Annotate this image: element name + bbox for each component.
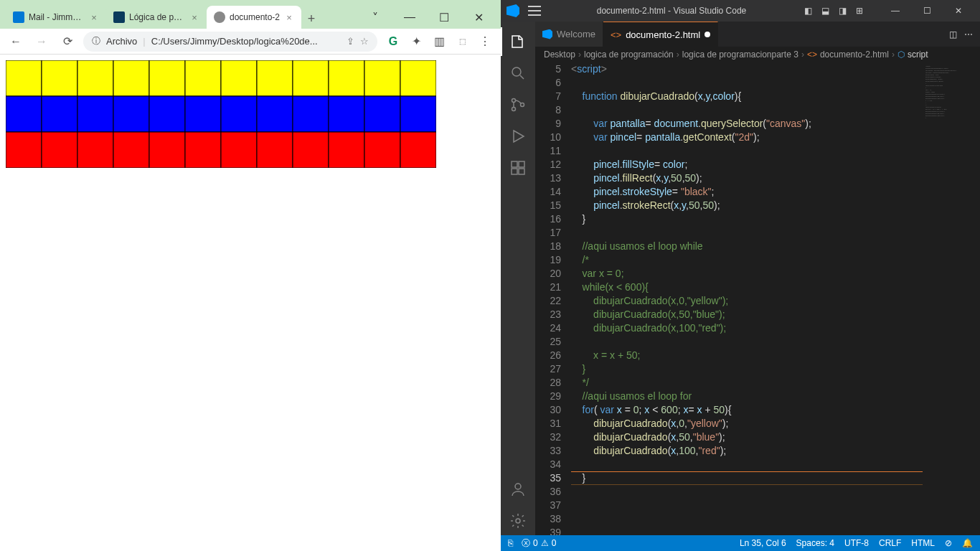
extensions-icon[interactable] [501, 154, 535, 182]
maximize-button[interactable]: ☐ [428, 6, 461, 29]
breadcrumb-segment[interactable]: script [908, 50, 928, 60]
new-tab-button[interactable]: + [301, 9, 321, 29]
svg-rect-6 [512, 169, 517, 174]
svg-rect-7 [519, 169, 524, 174]
outlook-icon [13, 11, 24, 23]
chrome-tabstrip: Mail - Jimmy C × Lógica de prog × docume… [0, 0, 501, 29]
window-controls: ˅ — ☐ ✕ [359, 6, 495, 29]
breadcrumb-segment[interactable]: documento-2.html [820, 50, 889, 60]
back-button[interactable]: ← [6, 32, 26, 52]
layout-controls: ◧ ⬓ ◨ ⊞ [802, 5, 865, 17]
activity-bar [501, 22, 535, 535]
address-bar-row: ← → ⟳ ⓘ Archivo | C:/Users/Jimmy/Desktop… [0, 29, 501, 55]
source-control-icon[interactable] [501, 90, 535, 119]
svg-rect-5 [519, 161, 524, 167]
close-button[interactable]: ✕ [943, 0, 974, 22]
sidepanel-icon[interactable]: ▥ [429, 32, 449, 52]
url-bar[interactable]: ⓘ Archivo | C:/Users/Jimmy/Desktop/logic… [83, 32, 377, 52]
editor-area: Welcome <> documento-2.html ◫ ⋯ Desktop›… [535, 22, 980, 535]
problems[interactable]: ⓧ 0 ⚠ 0 [522, 537, 556, 550]
extensions-icon[interactable]: ✦ [406, 32, 426, 52]
menu-icon[interactable]: ⋮ [475, 32, 495, 52]
feedback-icon[interactable]: ⊘ [945, 538, 952, 548]
vscode-icon [507, 4, 519, 17]
svg-point-2 [512, 108, 516, 111]
forward-button[interactable]: → [32, 32, 52, 52]
code-editor[interactable]: 5678910111213141516171819202122232425262… [535, 62, 980, 535]
globe-icon [214, 11, 225, 23]
vscode-titlebar: documento-2.html - Visual Studio Code ◧ … [501, 0, 980, 22]
toggle-panel-bottom-icon[interactable]: ⬓ [819, 5, 831, 17]
info-icon: ⓘ [92, 35, 100, 47]
toolbar-actions: G ✦ ▥ ⬚ ⋮ [383, 32, 495, 52]
browser-tab-alura[interactable]: Lógica de prog × [106, 6, 207, 29]
chrome-window: Mail - Jimmy C × Lógica de prog × docume… [0, 0, 501, 551]
browser-tab-document[interactable]: documento-2 × [207, 6, 301, 29]
svg-point-1 [512, 99, 516, 103]
chevron-down-icon[interactable]: ˅ [359, 6, 392, 29]
svg-point-8 [515, 484, 521, 489]
tab-actions: ◫ ⋯ [942, 22, 980, 47]
minimap[interactable]: <script> function dibujarCuadrado(x,y,co… [923, 62, 980, 535]
vscode-body: Welcome <> documento-2.html ◫ ⋯ Desktop›… [501, 22, 980, 535]
reload-button[interactable]: ⟳ [57, 32, 77, 52]
breadcrumb-segment[interactable]: Desktop [544, 50, 575, 60]
url-prefix: Archivo [106, 36, 137, 47]
customize-layout-icon[interactable]: ⊞ [854, 5, 865, 17]
minimize-button[interactable]: — [880, 0, 911, 22]
tab-label: documento-2 [230, 12, 280, 22]
split-editor-icon[interactable]: ◫ [949, 29, 957, 39]
svg-point-3 [521, 103, 524, 107]
tab-label: documento-2.html [626, 29, 700, 40]
url-text: C:/Users/Jimmy/Desktop/logica%20de... [151, 36, 341, 47]
grammarly-icon[interactable]: G [383, 32, 403, 52]
modified-dot-icon [705, 32, 710, 37]
eol[interactable]: CRLF [879, 538, 901, 548]
vscode-icon [542, 29, 552, 39]
svg-point-0 [512, 67, 521, 76]
canvas-output [6, 60, 436, 168]
breadcrumb[interactable]: Desktop› logica de programación› logica … [535, 47, 980, 62]
svg-rect-4 [512, 161, 517, 167]
close-icon[interactable]: × [89, 12, 99, 22]
window-title: documento-2.html - Visual Studio Code [550, 6, 793, 16]
toggle-panel-left-icon[interactable]: ◧ [802, 5, 814, 17]
code-content[interactable]: <script> function dibujarCuadrado(x,y,co… [571, 62, 923, 535]
explorer-icon[interactable] [501, 27, 535, 56]
profile-icon[interactable]: ⬚ [452, 32, 472, 52]
tab-label: Mail - Jimmy C [29, 12, 85, 22]
language-mode[interactable]: HTML [911, 538, 935, 548]
minimize-button[interactable]: — [393, 6, 426, 29]
tab-documento[interactable]: <> documento-2.html [603, 22, 718, 47]
tab-label: Lógica de prog [129, 12, 185, 22]
editor-tabs: Welcome <> documento-2.html ◫ ⋯ [535, 22, 980, 47]
svg-point-9 [516, 519, 520, 523]
status-bar: ⎘ ⓧ 0 ⚠ 0 Ln 35, Col 6 Spaces: 4 UTF-8 C… [501, 535, 980, 551]
maximize-button[interactable]: ☐ [911, 0, 943, 22]
symbol-icon: ⬡ [897, 50, 905, 60]
cursor-position[interactable]: Ln 35, Col 6 [740, 538, 786, 548]
star-icon[interactable]: ☆ [360, 36, 369, 47]
run-debug-icon[interactable] [501, 122, 535, 151]
more-icon[interactable]: ⋯ [964, 29, 973, 39]
html-icon: <> [611, 29, 621, 40]
close-button[interactable]: ✕ [462, 6, 495, 29]
settings-gear-icon[interactable] [501, 507, 535, 535]
search-icon[interactable] [501, 59, 535, 88]
tab-welcome[interactable]: Welcome [535, 22, 603, 47]
encoding[interactable]: UTF-8 [844, 538, 869, 548]
accounts-icon[interactable] [501, 475, 535, 504]
breadcrumb-segment[interactable]: logica de programación [584, 50, 674, 60]
indent[interactable]: Spaces: 4 [796, 538, 834, 548]
breadcrumb-segment[interactable]: logica de programacionparte 3 [682, 50, 798, 60]
page-content [0, 55, 501, 551]
toggle-panel-right-icon[interactable]: ◨ [837, 5, 848, 17]
close-icon[interactable]: × [284, 12, 294, 22]
share-icon[interactable]: ⇪ [347, 36, 354, 47]
hamburger-menu-icon[interactable] [528, 6, 541, 16]
browser-tab-mail[interactable]: Mail - Jimmy C × [6, 6, 106, 29]
close-icon[interactable]: × [189, 12, 199, 22]
remote-icon[interactable]: ⎘ [508, 538, 513, 548]
notifications-icon[interactable]: 🔔 [962, 538, 973, 548]
window-controls: — ☐ ✕ [880, 0, 974, 22]
